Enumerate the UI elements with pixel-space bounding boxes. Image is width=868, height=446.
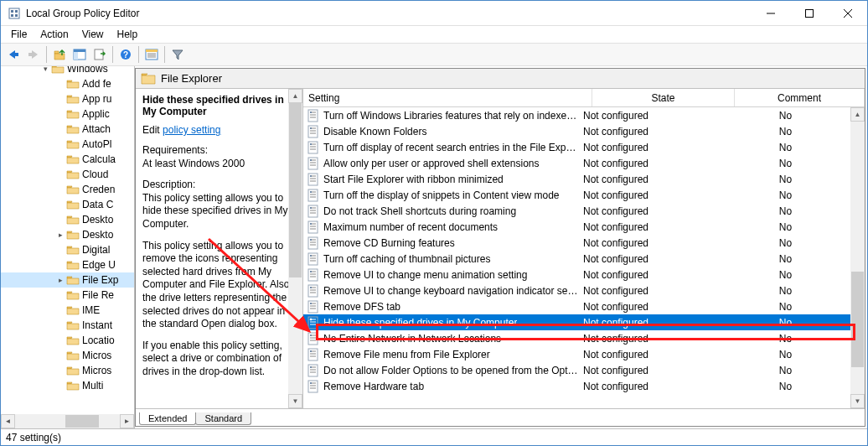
column-comment[interactable]: Comment (735, 89, 865, 106)
tree-item[interactable]: ▸File Exp (1, 272, 135, 288)
description-p1: This policy setting allows you to hide t… (142, 192, 287, 230)
svg-point-41 (310, 159, 312, 161)
tree-item[interactable]: Multi (1, 378, 135, 393)
statusbar: 47 setting(s) (1, 428, 867, 445)
svg-point-106 (310, 366, 312, 368)
svg-rect-6 (806, 9, 814, 17)
description-pane: Hide these specified drives in My Comput… (136, 89, 303, 408)
list-row[interactable]: Turn off display of recent search entrie… (303, 139, 850, 155)
list-row[interactable]: Start File Explorer with ribbon minimize… (303, 171, 850, 187)
tree-item[interactable]: File Re (1, 288, 135, 303)
menu-file[interactable]: File (4, 27, 34, 42)
edit-label: Edit (142, 124, 160, 136)
list-row[interactable]: Do not allow Folder Options to be opened… (303, 362, 850, 378)
tree-item[interactable]: ▾Windows (1, 66, 135, 76)
tree-item[interactable]: Locatio (1, 333, 135, 348)
list-row[interactable]: Disable Known FoldersNot configuredNo (303, 123, 850, 139)
tree-hscrollbar[interactable]: ◄ ► (1, 414, 134, 428)
tree-item[interactable]: Add fe (1, 76, 135, 91)
list-row[interactable]: Maximum number of recent documentsNot co… (303, 219, 850, 235)
list-row[interactable]: Remove Hardware tabNot configuredNo (303, 378, 850, 394)
tree-item[interactable]: Edge U (1, 257, 135, 272)
svg-rect-12 (74, 49, 85, 52)
tree-item[interactable]: Attach (1, 122, 135, 137)
filter-button[interactable] (168, 45, 187, 64)
svg-rect-62 (308, 237, 318, 249)
export-button[interactable] (90, 45, 109, 64)
policy-icon (307, 109, 320, 122)
svg-rect-77 (308, 285, 318, 297)
tree-item[interactable]: ▸Deskto (1, 227, 135, 242)
tree-item[interactable]: IME (1, 303, 135, 318)
policy-icon (307, 189, 320, 202)
policy-icon (307, 157, 320, 170)
tree-item[interactable]: Data C (1, 197, 135, 212)
list-row[interactable]: Remove DFS tabNot configuredNo (303, 298, 850, 314)
menu-view[interactable]: View (75, 27, 111, 42)
svg-point-71 (310, 255, 312, 257)
tab-extended[interactable]: Extended (139, 412, 196, 425)
back-button[interactable] (4, 45, 23, 64)
svg-point-76 (310, 271, 312, 272)
svg-point-66 (310, 239, 312, 241)
svg-rect-107 (308, 381, 318, 392)
folder-icon (141, 72, 156, 86)
svg-rect-42 (308, 174, 318, 185)
tree-item[interactable]: Applic (1, 106, 135, 122)
tree-item[interactable]: Micros (1, 348, 135, 363)
list-row[interactable]: Do not track Shell shortcuts during roam… (303, 203, 850, 219)
svg-rect-87 (308, 317, 318, 329)
svg-point-51 (310, 191, 312, 193)
tree-item[interactable]: Creden (1, 182, 135, 197)
policy-icon (307, 316, 320, 329)
tree-item[interactable]: AutoPl (1, 137, 135, 152)
list-row[interactable]: Turn off the display of snippets in Cont… (303, 187, 850, 203)
settings-list: Setting State Comment Turn off Windows L… (303, 89, 865, 408)
list-row[interactable]: Remove UI to change keyboard navigation … (303, 283, 850, 298)
help-button[interactable]: ? (116, 45, 135, 64)
list-row[interactable]: No Entire Network in Network LocationsNo… (303, 330, 850, 346)
tree-item[interactable]: Digital (1, 242, 135, 257)
list-row[interactable]: Turn off Windows Libraries features that… (303, 107, 850, 123)
forward-button[interactable] (24, 45, 43, 64)
status-text: 47 setting(s) (6, 432, 61, 443)
list-row[interactable]: Remove File menu from File ExplorerNot c… (303, 346, 850, 362)
list-vscrollbar[interactable]: ▲ ▼ (850, 107, 865, 408)
tree-item[interactable]: Cloud (1, 167, 135, 182)
tree-item[interactable]: Micros (1, 363, 135, 378)
policy-icon (307, 364, 320, 377)
svg-rect-27 (308, 126, 318, 137)
column-setting[interactable]: Setting (303, 89, 592, 106)
svg-point-46 (310, 175, 312, 177)
svg-rect-52 (308, 205, 318, 217)
tree-item[interactable]: Calcula (1, 152, 135, 167)
menu-action[interactable]: Action (34, 27, 75, 42)
column-state[interactable]: State (592, 89, 735, 106)
description-label: Description: (142, 179, 195, 190)
list-header: Setting State Comment (303, 89, 865, 107)
list-row[interactable]: Remove CD Burning featuresNot configured… (303, 235, 850, 251)
show-hide-tree-button[interactable] (70, 45, 89, 64)
policy-icon (307, 141, 320, 154)
properties-button[interactable] (142, 45, 161, 64)
tab-standard[interactable]: Standard (195, 412, 251, 425)
policy-icon (307, 268, 320, 282)
up-button[interactable] (50, 45, 69, 64)
svg-rect-57 (308, 221, 318, 233)
list-row[interactable]: Turn off caching of thumbnail picturesNo… (303, 251, 850, 267)
svg-rect-82 (308, 301, 318, 313)
list-row[interactable]: Remove UI to change menu animation setti… (303, 267, 850, 283)
edit-policy-link[interactable]: policy setting (163, 124, 220, 136)
menu-help[interactable]: Help (111, 27, 145, 42)
description-vscrollbar[interactable]: ▲ ▼ (288, 89, 302, 408)
tree-item[interactable]: Instant (1, 318, 135, 333)
tree-item[interactable]: App ru (1, 91, 135, 106)
close-button[interactable] (829, 1, 867, 25)
list-row[interactable]: Hide these specified drives in My Comput… (303, 314, 850, 330)
svg-rect-37 (308, 158, 318, 169)
maximize-button[interactable] (790, 1, 829, 25)
minimize-button[interactable] (752, 1, 790, 25)
list-row[interactable]: Allow only per user or approved shell ex… (303, 155, 850, 171)
breadcrumb-label: File Explorer (161, 72, 222, 85)
tree-item[interactable]: Deskto (1, 212, 135, 227)
